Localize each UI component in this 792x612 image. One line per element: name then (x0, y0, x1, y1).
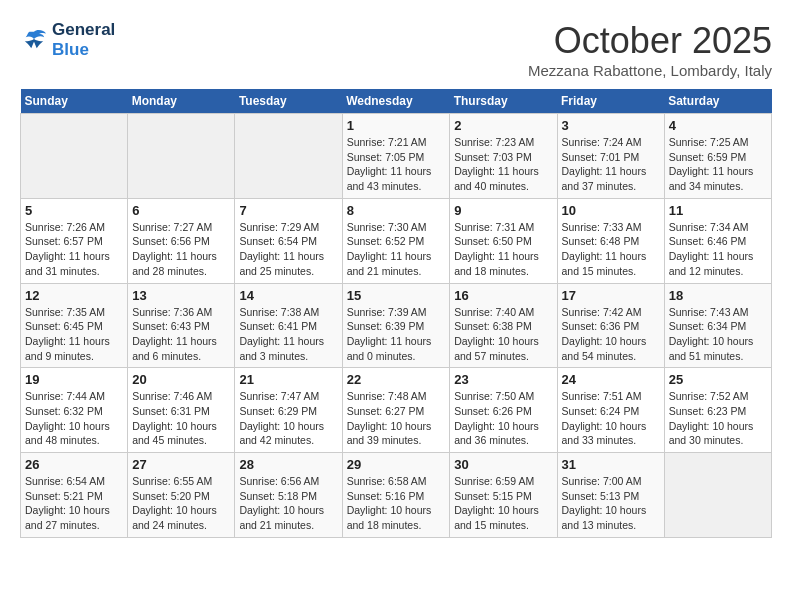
day-info: Sunrise: 7:33 AM Sunset: 6:48 PM Dayligh… (562, 220, 660, 279)
day-info: Sunrise: 7:35 AM Sunset: 6:45 PM Dayligh… (25, 305, 123, 364)
day-header-friday: Friday (557, 89, 664, 114)
day-info: Sunrise: 7:26 AM Sunset: 6:57 PM Dayligh… (25, 220, 123, 279)
calendar-cell: 23Sunrise: 7:50 AM Sunset: 6:26 PM Dayli… (450, 368, 557, 453)
day-info: Sunrise: 7:34 AM Sunset: 6:46 PM Dayligh… (669, 220, 767, 279)
calendar-cell: 8Sunrise: 7:30 AM Sunset: 6:52 PM Daylig… (342, 198, 450, 283)
calendar-cell: 14Sunrise: 7:38 AM Sunset: 6:41 PM Dayli… (235, 283, 342, 368)
calendar-table: SundayMondayTuesdayWednesdayThursdayFrid… (20, 89, 772, 538)
calendar-cell: 3Sunrise: 7:24 AM Sunset: 7:01 PM Daylig… (557, 114, 664, 199)
day-header-tuesday: Tuesday (235, 89, 342, 114)
day-number: 2 (454, 118, 552, 133)
location-subtitle: Mezzana Rabattone, Lombardy, Italy (528, 62, 772, 79)
day-number: 18 (669, 288, 767, 303)
week-row-1: 1Sunrise: 7:21 AM Sunset: 7:05 PM Daylig… (21, 114, 772, 199)
day-info: Sunrise: 7:39 AM Sunset: 6:39 PM Dayligh… (347, 305, 446, 364)
day-number: 11 (669, 203, 767, 218)
day-info: Sunrise: 7:23 AM Sunset: 7:03 PM Dayligh… (454, 135, 552, 194)
day-number: 29 (347, 457, 446, 472)
calendar-cell: 31Sunrise: 7:00 AM Sunset: 5:13 PM Dayli… (557, 453, 664, 538)
day-number: 10 (562, 203, 660, 218)
day-info: Sunrise: 7:46 AM Sunset: 6:31 PM Dayligh… (132, 389, 230, 448)
calendar-cell: 17Sunrise: 7:42 AM Sunset: 6:36 PM Dayli… (557, 283, 664, 368)
logo-icon (20, 28, 48, 52)
day-info: Sunrise: 6:54 AM Sunset: 5:21 PM Dayligh… (25, 474, 123, 533)
day-number: 4 (669, 118, 767, 133)
calendar-cell: 20Sunrise: 7:46 AM Sunset: 6:31 PM Dayli… (128, 368, 235, 453)
calendar-cell: 1Sunrise: 7:21 AM Sunset: 7:05 PM Daylig… (342, 114, 450, 199)
day-number: 16 (454, 288, 552, 303)
day-number: 26 (25, 457, 123, 472)
day-number: 12 (25, 288, 123, 303)
day-number: 9 (454, 203, 552, 218)
day-number: 6 (132, 203, 230, 218)
day-number: 13 (132, 288, 230, 303)
week-row-5: 26Sunrise: 6:54 AM Sunset: 5:21 PM Dayli… (21, 453, 772, 538)
day-number: 23 (454, 372, 552, 387)
month-title: October 2025 (528, 20, 772, 62)
day-info: Sunrise: 7:44 AM Sunset: 6:32 PM Dayligh… (25, 389, 123, 448)
header: General Blue October 2025 Mezzana Rabatt… (20, 20, 772, 79)
calendar-cell: 18Sunrise: 7:43 AM Sunset: 6:34 PM Dayli… (664, 283, 771, 368)
day-number: 19 (25, 372, 123, 387)
day-info: Sunrise: 7:29 AM Sunset: 6:54 PM Dayligh… (239, 220, 337, 279)
day-number: 21 (239, 372, 337, 387)
calendar-cell (128, 114, 235, 199)
calendar-cell: 22Sunrise: 7:48 AM Sunset: 6:27 PM Dayli… (342, 368, 450, 453)
day-info: Sunrise: 7:50 AM Sunset: 6:26 PM Dayligh… (454, 389, 552, 448)
day-number: 3 (562, 118, 660, 133)
day-number: 28 (239, 457, 337, 472)
calendar-cell: 6Sunrise: 7:27 AM Sunset: 6:56 PM Daylig… (128, 198, 235, 283)
week-row-4: 19Sunrise: 7:44 AM Sunset: 6:32 PM Dayli… (21, 368, 772, 453)
day-info: Sunrise: 6:58 AM Sunset: 5:16 PM Dayligh… (347, 474, 446, 533)
day-info: Sunrise: 7:21 AM Sunset: 7:05 PM Dayligh… (347, 135, 446, 194)
day-info: Sunrise: 7:48 AM Sunset: 6:27 PM Dayligh… (347, 389, 446, 448)
calendar-cell: 21Sunrise: 7:47 AM Sunset: 6:29 PM Dayli… (235, 368, 342, 453)
day-info: Sunrise: 6:59 AM Sunset: 5:15 PM Dayligh… (454, 474, 552, 533)
day-number: 17 (562, 288, 660, 303)
day-info: Sunrise: 7:36 AM Sunset: 6:43 PM Dayligh… (132, 305, 230, 364)
calendar-cell: 28Sunrise: 6:56 AM Sunset: 5:18 PM Dayli… (235, 453, 342, 538)
day-number: 8 (347, 203, 446, 218)
calendar-cell: 19Sunrise: 7:44 AM Sunset: 6:32 PM Dayli… (21, 368, 128, 453)
day-number: 30 (454, 457, 552, 472)
day-info: Sunrise: 7:00 AM Sunset: 5:13 PM Dayligh… (562, 474, 660, 533)
calendar-header-row: SundayMondayTuesdayWednesdayThursdayFrid… (21, 89, 772, 114)
day-info: Sunrise: 7:40 AM Sunset: 6:38 PM Dayligh… (454, 305, 552, 364)
calendar-cell: 13Sunrise: 7:36 AM Sunset: 6:43 PM Dayli… (128, 283, 235, 368)
calendar-cell: 15Sunrise: 7:39 AM Sunset: 6:39 PM Dayli… (342, 283, 450, 368)
calendar-cell (21, 114, 128, 199)
calendar-cell: 27Sunrise: 6:55 AM Sunset: 5:20 PM Dayli… (128, 453, 235, 538)
day-header-sunday: Sunday (21, 89, 128, 114)
day-number: 14 (239, 288, 337, 303)
logo-text: General Blue (52, 20, 115, 61)
day-info: Sunrise: 6:56 AM Sunset: 5:18 PM Dayligh… (239, 474, 337, 533)
day-number: 27 (132, 457, 230, 472)
day-number: 15 (347, 288, 446, 303)
calendar-cell: 9Sunrise: 7:31 AM Sunset: 6:50 PM Daylig… (450, 198, 557, 283)
calendar-cell: 25Sunrise: 7:52 AM Sunset: 6:23 PM Dayli… (664, 368, 771, 453)
calendar-cell: 16Sunrise: 7:40 AM Sunset: 6:38 PM Dayli… (450, 283, 557, 368)
day-info: Sunrise: 7:30 AM Sunset: 6:52 PM Dayligh… (347, 220, 446, 279)
day-number: 20 (132, 372, 230, 387)
day-info: Sunrise: 7:27 AM Sunset: 6:56 PM Dayligh… (132, 220, 230, 279)
day-info: Sunrise: 7:47 AM Sunset: 6:29 PM Dayligh… (239, 389, 337, 448)
calendar-cell: 10Sunrise: 7:33 AM Sunset: 6:48 PM Dayli… (557, 198, 664, 283)
calendar-cell: 7Sunrise: 7:29 AM Sunset: 6:54 PM Daylig… (235, 198, 342, 283)
week-row-3: 12Sunrise: 7:35 AM Sunset: 6:45 PM Dayli… (21, 283, 772, 368)
calendar-cell (664, 453, 771, 538)
day-info: Sunrise: 7:38 AM Sunset: 6:41 PM Dayligh… (239, 305, 337, 364)
calendar-cell: 30Sunrise: 6:59 AM Sunset: 5:15 PM Dayli… (450, 453, 557, 538)
day-info: Sunrise: 6:55 AM Sunset: 5:20 PM Dayligh… (132, 474, 230, 533)
day-info: Sunrise: 7:52 AM Sunset: 6:23 PM Dayligh… (669, 389, 767, 448)
day-info: Sunrise: 7:25 AM Sunset: 6:59 PM Dayligh… (669, 135, 767, 194)
day-info: Sunrise: 7:42 AM Sunset: 6:36 PM Dayligh… (562, 305, 660, 364)
calendar-cell: 24Sunrise: 7:51 AM Sunset: 6:24 PM Dayli… (557, 368, 664, 453)
day-number: 31 (562, 457, 660, 472)
day-info: Sunrise: 7:24 AM Sunset: 7:01 PM Dayligh… (562, 135, 660, 194)
day-number: 22 (347, 372, 446, 387)
day-info: Sunrise: 7:43 AM Sunset: 6:34 PM Dayligh… (669, 305, 767, 364)
calendar-cell: 29Sunrise: 6:58 AM Sunset: 5:16 PM Dayli… (342, 453, 450, 538)
day-number: 7 (239, 203, 337, 218)
day-number: 5 (25, 203, 123, 218)
day-number: 24 (562, 372, 660, 387)
